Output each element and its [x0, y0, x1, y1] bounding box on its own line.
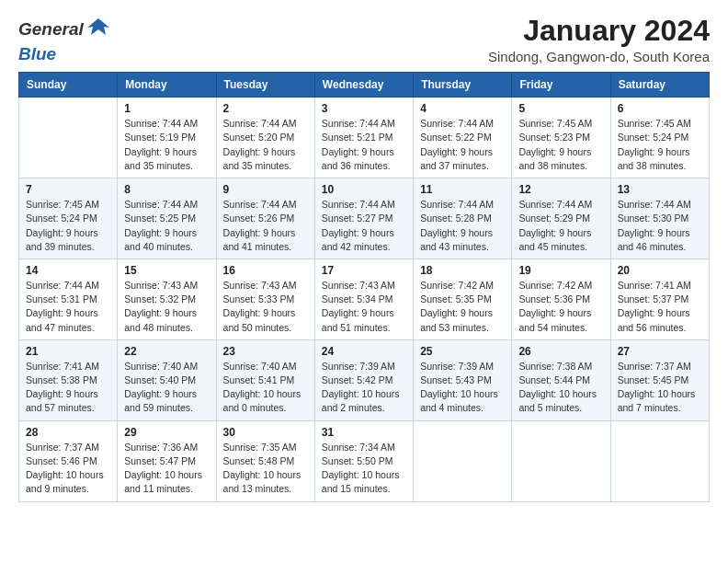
day-number: 7 [26, 183, 110, 196]
day-detail: Sunrise: 7:41 AMSunset: 5:38 PMDaylight:… [26, 360, 110, 416]
calendar-cell: 30Sunrise: 7:35 AMSunset: 5:48 PMDayligh… [216, 420, 314, 501]
sunset-text: Sunset: 5:48 PM [223, 454, 308, 468]
calendar-cell: 21Sunrise: 7:41 AMSunset: 5:38 PMDayligh… [19, 339, 118, 420]
calendar-cell: 12Sunrise: 7:44 AMSunset: 5:29 PMDayligh… [512, 178, 610, 259]
logo-bird-icon [85, 15, 111, 44]
sunrise-text: Sunrise: 7:44 AM [223, 117, 308, 131]
sunset-text: Sunset: 5:30 PM [618, 212, 702, 225]
daylight-text: Daylight: 9 hours and 42 minutes. [322, 226, 406, 254]
day-detail: Sunrise: 7:39 AMSunset: 5:42 PMDaylight:… [322, 360, 406, 416]
day-detail: Sunrise: 7:44 AMSunset: 5:21 PMDaylight:… [322, 117, 406, 173]
day-number: 31 [322, 426, 406, 439]
calendar-cell: 31Sunrise: 7:34 AMSunset: 5:50 PMDayligh… [314, 420, 413, 501]
calendar-cell: 20Sunrise: 7:41 AMSunset: 5:37 PMDayligh… [610, 259, 709, 339]
sunrise-text: Sunrise: 7:45 AM [618, 117, 702, 131]
calendar-cell: 5Sunrise: 7:45 AMSunset: 5:23 PMDaylight… [512, 98, 610, 178]
calendar-cell [610, 420, 709, 501]
sunrise-text: Sunrise: 7:44 AM [124, 198, 209, 212]
calendar-cell: 28Sunrise: 7:37 AMSunset: 5:46 PMDayligh… [19, 420, 118, 501]
day-detail: Sunrise: 7:37 AMSunset: 5:46 PMDaylight:… [26, 441, 110, 497]
daylight-text: Daylight: 9 hours and 43 minutes. [420, 226, 505, 254]
daylight-text: Daylight: 9 hours and 38 minutes. [618, 145, 702, 173]
sunset-text: Sunset: 5:26 PM [223, 212, 308, 225]
day-detail: Sunrise: 7:44 AMSunset: 5:29 PMDaylight:… [518, 198, 603, 254]
sunrise-text: Sunrise: 7:38 AM [518, 360, 603, 373]
sunrise-text: Sunrise: 7:44 AM [420, 117, 505, 131]
day-number: 21 [26, 345, 110, 358]
day-detail: Sunrise: 7:44 AMSunset: 5:26 PMDaylight:… [223, 198, 308, 254]
weekday-header-wednesday: Wednesday [314, 73, 413, 98]
sunrise-text: Sunrise: 7:44 AM [420, 198, 505, 212]
sunset-text: Sunset: 5:20 PM [223, 131, 308, 144]
day-number: 14 [26, 264, 110, 277]
day-number: 28 [26, 426, 110, 439]
sunrise-text: Sunrise: 7:34 AM [322, 441, 406, 454]
sunset-text: Sunset: 5:24 PM [618, 131, 702, 144]
daylight-text: Daylight: 9 hours and 46 minutes. [618, 226, 702, 254]
sunrise-text: Sunrise: 7:36 AM [124, 441, 209, 454]
day-number: 23 [223, 345, 308, 358]
day-detail: Sunrise: 7:36 AMSunset: 5:47 PMDaylight:… [124, 441, 209, 497]
calendar-cell [19, 98, 118, 178]
sunset-text: Sunset: 5:27 PM [322, 212, 406, 225]
svg-marker-0 [87, 18, 109, 35]
sunset-text: Sunset: 5:43 PM [420, 373, 505, 387]
sunset-text: Sunset: 5:38 PM [26, 373, 110, 387]
day-number: 4 [420, 102, 505, 115]
daylight-text: Daylight: 9 hours and 48 minutes. [124, 306, 209, 334]
calendar-cell: 13Sunrise: 7:44 AMSunset: 5:30 PMDayligh… [610, 178, 709, 259]
day-number: 12 [518, 183, 603, 196]
day-number: 5 [518, 102, 603, 115]
sunrise-text: Sunrise: 7:44 AM [322, 117, 406, 131]
day-number: 11 [420, 183, 505, 196]
daylight-text: Daylight: 10 hours and 2 minutes. [322, 387, 406, 415]
sunrise-text: Sunrise: 7:39 AM [322, 360, 406, 373]
calendar-cell: 19Sunrise: 7:42 AMSunset: 5:36 PMDayligh… [512, 259, 610, 339]
day-detail: Sunrise: 7:45 AMSunset: 5:24 PMDaylight:… [618, 117, 702, 173]
calendar-cell: 24Sunrise: 7:39 AMSunset: 5:42 PMDayligh… [314, 339, 413, 420]
daylight-text: Daylight: 9 hours and 45 minutes. [518, 226, 603, 254]
day-detail: Sunrise: 7:44 AMSunset: 5:20 PMDaylight:… [223, 117, 308, 173]
daylight-text: Daylight: 9 hours and 35 minutes. [223, 145, 308, 173]
day-detail: Sunrise: 7:38 AMSunset: 5:44 PMDaylight:… [518, 360, 603, 416]
sunrise-text: Sunrise: 7:40 AM [223, 360, 308, 373]
sunset-text: Sunset: 5:34 PM [322, 293, 406, 306]
day-detail: Sunrise: 7:40 AMSunset: 5:41 PMDaylight:… [223, 360, 308, 416]
day-number: 3 [322, 102, 406, 115]
weekday-header-tuesday: Tuesday [216, 73, 314, 98]
sunset-text: Sunset: 5:19 PM [124, 131, 209, 144]
daylight-text: Daylight: 9 hours and 47 minutes. [26, 306, 110, 334]
title-block: January 2024 Sindong, Gangwon-do, South … [488, 15, 710, 64]
day-number: 27 [618, 345, 702, 358]
sunrise-text: Sunrise: 7:44 AM [618, 198, 702, 212]
sunset-text: Sunset: 5:28 PM [420, 212, 505, 225]
daylight-text: Daylight: 10 hours and 5 minutes. [518, 387, 603, 415]
day-detail: Sunrise: 7:43 AMSunset: 5:32 PMDaylight:… [124, 279, 209, 335]
page: General Blue January 2024 Sindong, Gangw… [0, 0, 728, 563]
daylight-text: Daylight: 9 hours and 41 minutes. [223, 226, 308, 254]
calendar-cell: 2Sunrise: 7:44 AMSunset: 5:20 PMDaylight… [216, 98, 314, 178]
calendar-cell [414, 420, 512, 501]
calendar-cell: 7Sunrise: 7:45 AMSunset: 5:24 PMDaylight… [19, 178, 118, 259]
day-number: 2 [223, 102, 308, 115]
day-detail: Sunrise: 7:43 AMSunset: 5:34 PMDaylight:… [322, 279, 406, 335]
day-detail: Sunrise: 7:37 AMSunset: 5:45 PMDaylight:… [618, 360, 702, 416]
daylight-text: Daylight: 10 hours and 4 minutes. [420, 387, 505, 415]
sunset-text: Sunset: 5:42 PM [322, 373, 406, 387]
sunrise-text: Sunrise: 7:42 AM [518, 279, 603, 293]
daylight-text: Daylight: 9 hours and 59 minutes. [124, 387, 209, 415]
calendar-cell: 29Sunrise: 7:36 AMSunset: 5:47 PMDayligh… [118, 420, 216, 501]
calendar-cell: 14Sunrise: 7:44 AMSunset: 5:31 PMDayligh… [19, 259, 118, 339]
day-detail: Sunrise: 7:42 AMSunset: 5:35 PMDaylight:… [420, 279, 505, 335]
day-detail: Sunrise: 7:44 AMSunset: 5:31 PMDaylight:… [26, 279, 110, 335]
main-title: January 2024 [488, 15, 710, 47]
day-number: 17 [322, 264, 406, 277]
day-number: 24 [322, 345, 406, 358]
sunrise-text: Sunrise: 7:35 AM [223, 441, 308, 454]
sunrise-text: Sunrise: 7:43 AM [223, 279, 308, 293]
calendar-cell: 23Sunrise: 7:40 AMSunset: 5:41 PMDayligh… [216, 339, 314, 420]
day-detail: Sunrise: 7:40 AMSunset: 5:40 PMDaylight:… [124, 360, 209, 416]
day-number: 25 [420, 345, 505, 358]
sunrise-text: Sunrise: 7:40 AM [124, 360, 209, 373]
calendar-cell: 1Sunrise: 7:44 AMSunset: 5:19 PMDaylight… [118, 98, 216, 178]
